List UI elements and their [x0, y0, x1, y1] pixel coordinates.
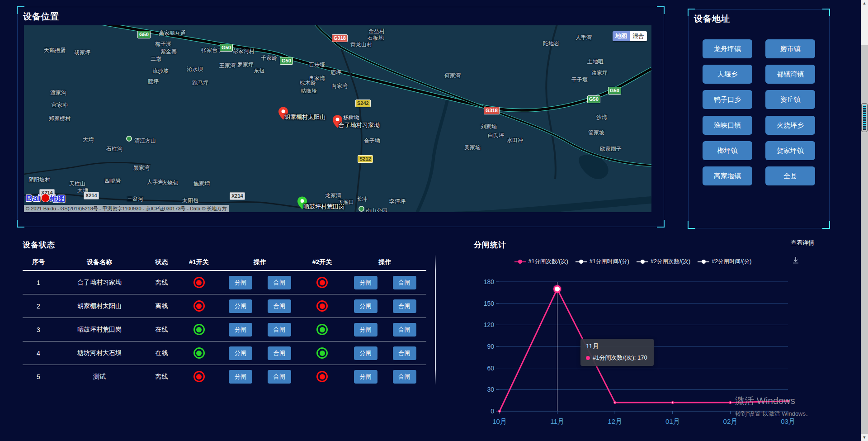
close-switch-button[interactable]: 合闸 — [393, 323, 416, 337]
address-button[interactable]: 大堰乡 — [703, 65, 752, 84]
address-button[interactable]: 磨市镇 — [765, 39, 815, 58]
road-badge: S212 — [358, 155, 373, 163]
map-marker[interactable]: 胡家棚村太阳山 — [278, 107, 288, 122]
open-switch-button[interactable]: 分闸 — [354, 323, 377, 337]
map-type-option[interactable]: 混合 — [630, 31, 647, 41]
address-button[interactable]: 火烧坪乡 — [765, 116, 815, 135]
close-switch-button[interactable]: 合闸 — [393, 346, 416, 360]
device-status: 在线 — [145, 349, 179, 357]
map-marker[interactable]: 合子坳村习家坳 — [333, 115, 342, 130]
svg-text:0: 0 — [491, 408, 494, 415]
road-badge: G318 — [484, 107, 500, 114]
close-switch-button[interactable]: 合闸 — [268, 323, 291, 337]
legend-item[interactable]: #2分闸次数/(次) — [637, 258, 690, 266]
legend-item[interactable]: #1分闸时间/(分) — [576, 258, 629, 266]
tooltip-value: #1分闸次数/(次): 170 — [586, 354, 647, 362]
svg-text:01月: 01月 — [665, 417, 680, 425]
trip-stats-title: 分闸统计 — [474, 240, 506, 250]
map-place-label: 沙湾 — [596, 114, 607, 121]
scrollbar-thumb[interactable] — [861, 103, 868, 132]
switch-indicator-offline — [316, 371, 328, 382]
map-place-label: 大塆 — [83, 136, 94, 144]
open-switch-button[interactable]: 分闸 — [229, 346, 252, 360]
switch-indicator-offline — [193, 277, 205, 288]
baidu-map[interactable]: 天鹅抱蛋胡家坪渡家沟官家冲郑家榜村高家堰互通梅子溪紫金寨二墩流沙坡沁水坝腰坪跑马… — [24, 25, 651, 212]
device-status: 离线 — [145, 279, 179, 287]
table-row: 3晒鼓坪村荒田岗在线分闸合闸分闸合闸 — [23, 318, 426, 341]
map-place-label: 官家冲 — [52, 101, 68, 109]
map-type-selected[interactable]: 地图 — [613, 31, 630, 41]
open-switch-button[interactable]: 分闸 — [354, 370, 377, 384]
scrollbar-down-arrow[interactable]: ▼ — [861, 434, 868, 441]
view-details-link[interactable]: 查看详情 — [791, 239, 814, 247]
device-status: 离线 — [145, 302, 179, 310]
map-place-label: 郑家榜村 — [49, 115, 71, 123]
device-status-title: 设备状态 — [23, 240, 55, 250]
open-switch-button[interactable]: 分闸 — [229, 323, 252, 337]
map-place-label: 梅子溪 — [155, 40, 171, 48]
address-button[interactable]: 鸭子口乡 — [703, 90, 752, 109]
scrollbar-up-arrow[interactable]: ▲ — [861, 1, 868, 7]
road-badge: X214 — [230, 192, 245, 200]
map-place-label: 棕木岭 — [300, 79, 316, 87]
map-place-label: 合子坳 — [364, 137, 380, 145]
map-place-label: 庙坪 — [330, 69, 341, 76]
map-marker[interactable]: 晒鼓坪村荒田岗 — [297, 196, 307, 211]
map-place-label: 路家坪 — [591, 69, 608, 77]
legend-marker-icon — [637, 260, 648, 264]
windows-activation-watermark: 激活 Windows 转到“设置”以激活 Windows。 — [735, 394, 811, 418]
svg-text:180: 180 — [484, 278, 495, 285]
road-badge: G50 — [220, 44, 233, 52]
open-switch-button[interactable]: 分闸 — [354, 299, 377, 313]
open-switch-button[interactable]: 分闸 — [229, 370, 252, 384]
close-switch-button[interactable]: 合闸 — [393, 276, 416, 289]
chart-legend: #1分闸次数/(次)#1分闸时间/(分)#2分闸次数/(次)#2分闸时间/(分) — [470, 258, 796, 266]
switch-indicator-offline — [316, 277, 328, 288]
address-button[interactable]: 高家堰镇 — [703, 166, 752, 185]
tooltip-series-text: #1分闸次数/(次): 170 — [593, 354, 647, 362]
svg-text:03月: 03月 — [781, 417, 795, 425]
map-place-label: 长冲 — [357, 195, 368, 203]
road-badge: G50 — [587, 95, 600, 103]
address-button[interactable]: 榔坪镇 — [703, 141, 752, 160]
address-button[interactable]: 龙舟坪镇 — [703, 39, 752, 58]
close-switch-button[interactable]: 合闸 — [393, 370, 416, 384]
column-header: 状态 — [145, 258, 179, 266]
device-location-title: 设备位置 — [23, 11, 59, 23]
open-switch-button[interactable]: 分闸 — [354, 346, 377, 360]
address-button[interactable]: 贺家坪镇 — [765, 141, 815, 160]
address-button[interactable]: 全县 — [765, 166, 815, 185]
corner-decoration — [822, 221, 830, 229]
legend-item[interactable]: #2分闸时间/(分) — [698, 258, 751, 266]
map-place-label: 管家坡 — [588, 129, 604, 137]
address-button[interactable]: 资丘镇 — [765, 90, 815, 109]
close-switch-button[interactable]: 合闸 — [393, 299, 416, 313]
corner-decoration — [17, 6, 24, 14]
map-place-label: 太阳包 — [182, 197, 198, 204]
map-place-label: 流沙坡 — [152, 67, 169, 75]
corner-decoration — [688, 9, 695, 16]
watermark-line1: 激活 Windows — [735, 394, 811, 407]
corner-decoration — [657, 6, 665, 14]
table-row: 1合子坳村习家坳离线分闸合闸分闸合闸 — [23, 271, 426, 294]
open-switch-button[interactable]: 分闸 — [229, 276, 252, 289]
address-button[interactable]: 渔峡口镇 — [703, 116, 752, 135]
open-switch-button[interactable]: 分闸 — [354, 276, 377, 289]
column-header: #1开关 — [179, 258, 219, 266]
map-place-label: 南山公园 — [366, 207, 387, 212]
close-switch-button[interactable]: 合闸 — [268, 276, 291, 289]
baidu-logo[interactable]: Bai地图 — [26, 193, 66, 204]
device-location-panel: 设备位置 天鹅抱蛋胡家坪渡家沟官家冲郑家榜村高家堰互通梅子溪紫金寨二墩流沙坡沁水… — [17, 7, 664, 227]
scrollbar-track[interactable] — [861, 0, 868, 441]
address-button[interactable]: 都镇湾镇 — [765, 65, 815, 84]
map-place-label: 青龙山村 — [350, 41, 372, 48]
device-status-table: 序号设备名称状态#1开关操作#2开关操作 1合子坳村习家坳离线分闸合闸分闸合闸2… — [23, 255, 426, 388]
close-switch-button[interactable]: 合闸 — [268, 370, 291, 384]
close-switch-button[interactable]: 合闸 — [268, 299, 291, 313]
column-header: 操作 — [344, 258, 426, 266]
open-switch-button[interactable]: 分闸 — [229, 299, 252, 313]
close-switch-button[interactable]: 合闸 — [268, 346, 291, 360]
switch-indicator-online — [193, 347, 205, 359]
legend-label: #2分闸次数/(次) — [651, 258, 690, 266]
legend-item[interactable]: #1分闸次数/(次) — [514, 258, 568, 266]
